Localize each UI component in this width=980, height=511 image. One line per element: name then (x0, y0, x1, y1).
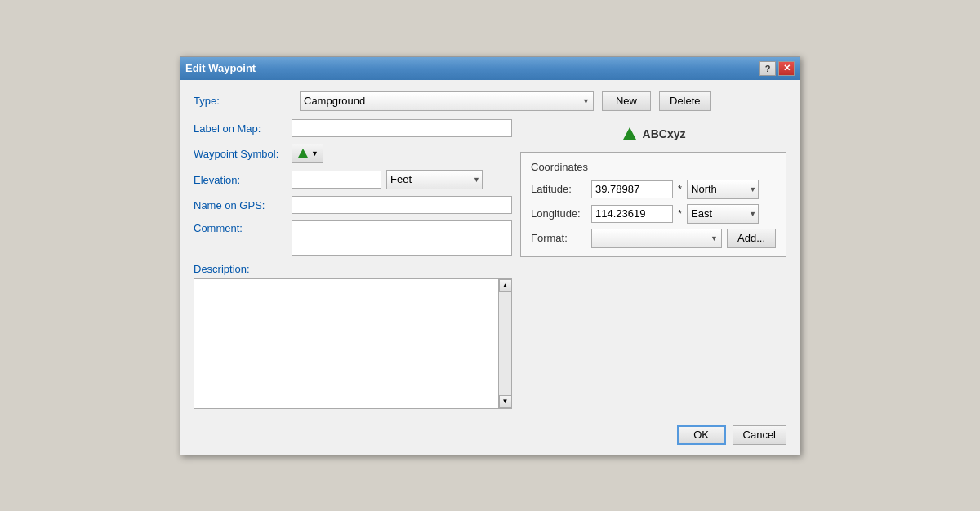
coordinates-title: Coordinates (531, 161, 776, 173)
bottom-buttons: OK Cancel (194, 419, 786, 445)
latitude-input[interactable] (591, 180, 673, 198)
type-label: Type: (194, 95, 292, 107)
description-label: Description: (194, 263, 512, 275)
title-bar: Edit Waypoint ? ✕ (180, 57, 800, 80)
description-outer: ▲ ▼ (194, 278, 512, 409)
latitude-dir-wrapper: North South (687, 180, 760, 199)
format-label: Format: (531, 232, 586, 244)
title-bar-buttons: ? ✕ (760, 61, 795, 76)
description-textarea[interactable] (194, 279, 498, 408)
scroll-down-arrow[interactable]: ▼ (499, 395, 512, 408)
label-on-map-row: Label on Map: (194, 119, 512, 137)
longitude-direction-select[interactable]: East West (687, 204, 759, 224)
comment-label: Comment: (194, 220, 292, 234)
name-on-gps-label: Name on GPS: (194, 198, 292, 211)
longitude-star: * (678, 207, 682, 220)
format-row: Format: Add... (531, 229, 776, 248)
elevation-row: Elevation: Feet Meters (194, 170, 512, 189)
preview-symbol: ABCxyz (621, 126, 686, 142)
svg-marker-0 (298, 149, 308, 158)
delete-button[interactable]: Delete (659, 91, 711, 111)
help-button[interactable]: ? (760, 61, 776, 76)
preview-area: ABCxyz (520, 119, 786, 149)
label-on-map-input[interactable] (292, 119, 512, 137)
svg-marker-1 (623, 127, 636, 140)
new-button[interactable]: New (602, 91, 651, 111)
feet-select-wrapper: Feet Meters (386, 170, 484, 189)
waypoint-symbol-button[interactable]: ▼ (292, 144, 323, 163)
main-area: Label on Map: Waypoint Symbol: ▼ Eleva (194, 119, 786, 409)
scroll-track (499, 292, 511, 395)
name-on-gps-input[interactable] (292, 196, 512, 214)
scroll-up-arrow[interactable]: ▲ (499, 279, 512, 292)
comment-row: Comment: (194, 220, 512, 256)
type-row: Type: Campground New Delete (194, 91, 786, 111)
preview-text: ABCxyz (643, 127, 686, 140)
description-scrollbar: ▲ ▼ (498, 279, 511, 408)
format-select-wrapper (591, 229, 722, 248)
latitude-direction-select[interactable]: North South (687, 180, 759, 199)
description-section: Description: ▲ ▼ (194, 263, 512, 409)
coordinates-box: Coordinates Latitude: * North South (520, 152, 786, 257)
latitude-label: Latitude: (531, 183, 586, 195)
longitude-row: Longitude: * East West (531, 204, 776, 224)
preview-campground-icon (621, 126, 638, 142)
elevation-inputs: Feet Meters (292, 170, 484, 189)
latitude-row: Latitude: * North South (531, 180, 776, 199)
comment-textarea[interactable] (292, 220, 512, 256)
dialog-content: Type: Campground New Delete Label on Map… (180, 80, 800, 455)
longitude-input[interactable] (591, 205, 673, 223)
add-button[interactable]: Add... (727, 229, 776, 248)
symbol-dropdown-arrow: ▼ (311, 149, 318, 158)
longitude-label: Longitude: (531, 207, 586, 220)
elevation-label: Elevation: (194, 172, 292, 186)
name-on-gps-row: Name on GPS: (194, 196, 512, 214)
close-button[interactable]: ✕ (778, 61, 795, 76)
dialog-title: Edit Waypoint (185, 62, 256, 74)
cancel-button[interactable]: Cancel (733, 425, 786, 445)
ok-button[interactable]: OK (677, 425, 726, 445)
left-column: Label on Map: Waypoint Symbol: ▼ Eleva (194, 119, 512, 409)
label-on-map-label: Label on Map: (194, 121, 292, 135)
campground-icon (296, 147, 310, 160)
waypoint-symbol-row: Waypoint Symbol: ▼ (194, 144, 512, 163)
waypoint-symbol-label: Waypoint Symbol: (194, 146, 292, 160)
type-select-wrapper: Campground (300, 91, 594, 111)
format-select[interactable] (591, 229, 722, 248)
latitude-star: * (678, 183, 682, 195)
edit-waypoint-dialog: Edit Waypoint ? ✕ Type: Campground New D… (180, 56, 800, 455)
longitude-dir-wrapper: East West (687, 204, 760, 224)
elevation-unit-select[interactable]: Feet Meters (386, 170, 483, 189)
right-column: ABCxyz Coordinates Latitude: * North (520, 119, 786, 409)
elevation-input[interactable] (292, 171, 381, 189)
type-select[interactable]: Campground (300, 91, 594, 111)
